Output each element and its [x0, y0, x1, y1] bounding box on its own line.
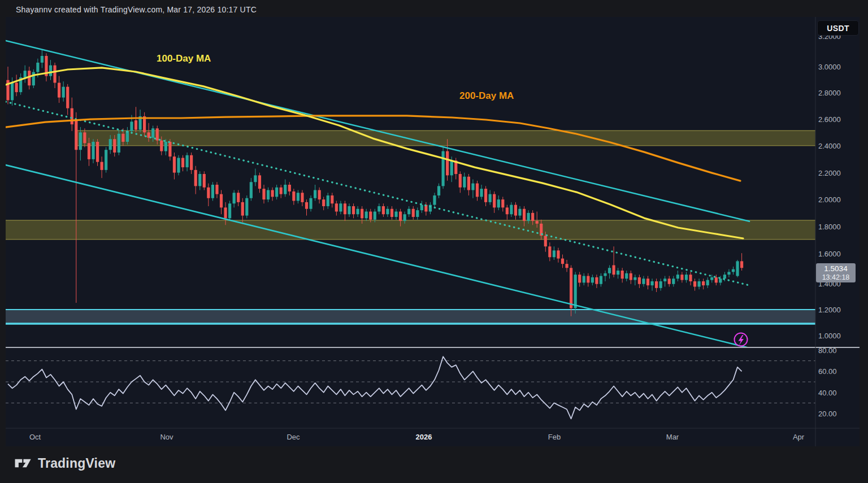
- axis-tick-label: 2.2000: [818, 169, 841, 177]
- axis-tick-label: 2.6000: [818, 115, 841, 124]
- flash-marker-icon[interactable]: [735, 333, 748, 346]
- tradingview-logo-icon: [15, 455, 33, 471]
- month-label: Mar: [666, 433, 679, 441]
- axis-tick-label: 1.8000: [818, 223, 841, 231]
- month-label: Dec: [287, 433, 300, 441]
- axis-tick-label: 3.0000: [818, 63, 841, 71]
- last-price-badge: 1.5034 13:42:18: [816, 263, 856, 282]
- month-label: Oct: [29, 433, 41, 441]
- axis-tick-label: 80.00: [818, 346, 837, 355]
- lower-support-zone: [6, 310, 815, 324]
- ma200-annotation: 200-Day MA: [459, 90, 514, 102]
- currency-button[interactable]: USDT: [817, 20, 859, 36]
- time-axis[interactable]: [6, 428, 815, 446]
- axis-tick-label: 20.00: [818, 410, 837, 418]
- axis-tick-label: 2.0000: [818, 195, 841, 204]
- axis-tick-label: 40.00: [818, 389, 837, 397]
- resistance-zone: [75, 130, 815, 146]
- tradingview-snapshot: Shayannv created with TradingView.com, M…: [0, 0, 868, 483]
- axis-tick-label: 1.0000: [818, 332, 841, 340]
- axis-tick-label: 2.8000: [818, 89, 841, 97]
- chart-canvas[interactable]: [0, 0, 868, 483]
- countdown-label: 13:42:18: [822, 273, 850, 282]
- tradingview-logo[interactable]: TradingView: [15, 455, 115, 471]
- month-label: Nov: [160, 433, 173, 441]
- month-label: 2026: [416, 433, 432, 441]
- axis-tick-label: 1.6000: [818, 250, 841, 258]
- axis-tick-label: 60.00: [818, 367, 837, 376]
- axis-tick-label: 1.2000: [818, 306, 841, 314]
- tradingview-logo-text: TradingView: [38, 456, 115, 471]
- month-label: Feb: [548, 433, 561, 441]
- month-label: Apr: [793, 433, 804, 441]
- last-price-label: 1.5034: [824, 264, 847, 273]
- ma100-annotation: 100-Day MA: [157, 53, 211, 64]
- axis-tick-label: 2.4000: [818, 142, 841, 150]
